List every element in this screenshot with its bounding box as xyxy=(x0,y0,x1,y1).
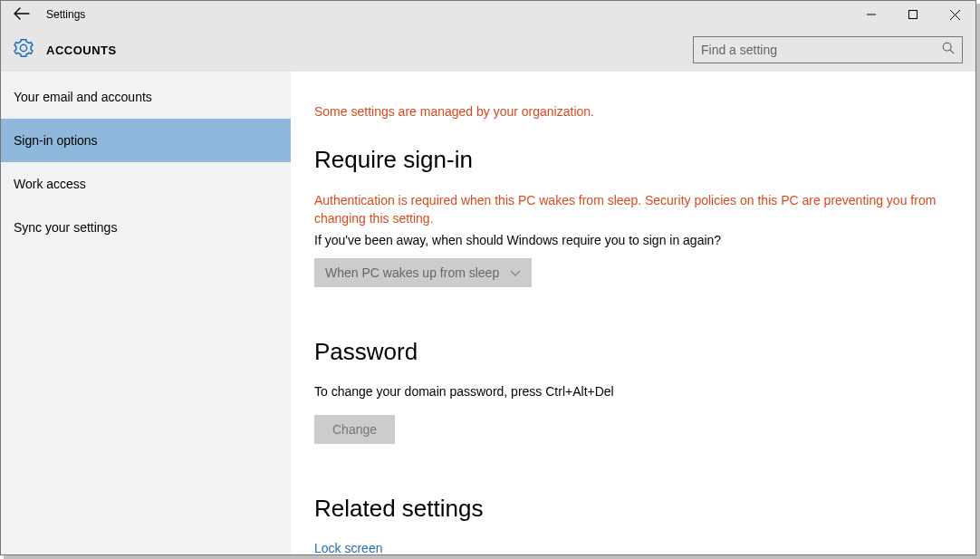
sidebar-item-label: Work access xyxy=(14,177,86,191)
require-signin-heading: Require sign-in xyxy=(314,146,952,174)
change-button-label: Change xyxy=(332,422,377,437)
svg-rect-1 xyxy=(909,11,918,19)
sidebar: Your email and accounts Sign-in options … xyxy=(1,72,291,554)
signin-timing-dropdown: When PC wakes up from sleep xyxy=(314,258,532,287)
password-description: To change your domain password, press Ct… xyxy=(314,384,952,399)
titlebar-left: Settings xyxy=(1,7,85,23)
header: ACCOUNTS xyxy=(1,28,975,72)
org-managed-message: Some settings are managed by your organi… xyxy=(314,104,952,119)
svg-point-4 xyxy=(943,43,951,51)
chevron-down-icon xyxy=(510,265,521,280)
body: Your email and accounts Sign-in options … xyxy=(1,72,975,554)
search-input[interactable] xyxy=(701,43,942,57)
related-settings-heading: Related settings xyxy=(314,495,952,523)
close-button[interactable] xyxy=(934,1,975,28)
signin-description: If you've been away, when should Windows… xyxy=(314,233,952,247)
sidebar-item-signin-options[interactable]: Sign-in options xyxy=(1,119,291,162)
back-button[interactable] xyxy=(14,7,30,23)
sidebar-item-label: Sync your settings xyxy=(14,220,117,235)
svg-line-5 xyxy=(950,50,954,53)
sidebar-item-email-accounts[interactable]: Your email and accounts xyxy=(1,75,291,119)
gear-icon xyxy=(14,38,34,62)
auth-warning: Authentication is required when this PC … xyxy=(314,192,952,227)
dropdown-value: When PC wakes up from sleep xyxy=(325,265,499,280)
lock-screen-link[interactable]: Lock screen xyxy=(314,541,952,554)
window-title: Settings xyxy=(46,8,85,21)
sidebar-item-label: Your email and accounts xyxy=(14,90,152,104)
minimize-button[interactable] xyxy=(850,1,892,28)
settings-window: Settings ACCOUNTS xyxy=(0,0,976,555)
maximize-button[interactable] xyxy=(892,1,934,28)
link-label: Lock screen xyxy=(314,541,382,554)
main-panel: Some settings are managed by your organi… xyxy=(291,72,975,554)
change-button: Change xyxy=(314,415,395,444)
search-box[interactable] xyxy=(693,36,963,63)
header-left: ACCOUNTS xyxy=(14,38,117,62)
titlebar: Settings xyxy=(1,1,975,28)
window-controls xyxy=(850,1,975,28)
sidebar-item-label: Sign-in options xyxy=(14,133,98,148)
sidebar-item-work-access[interactable]: Work access xyxy=(1,162,291,206)
password-heading: Password xyxy=(314,338,952,366)
sidebar-item-sync-settings[interactable]: Sync your settings xyxy=(1,206,291,249)
search-icon xyxy=(942,42,955,58)
section-title: ACCOUNTS xyxy=(46,43,117,57)
